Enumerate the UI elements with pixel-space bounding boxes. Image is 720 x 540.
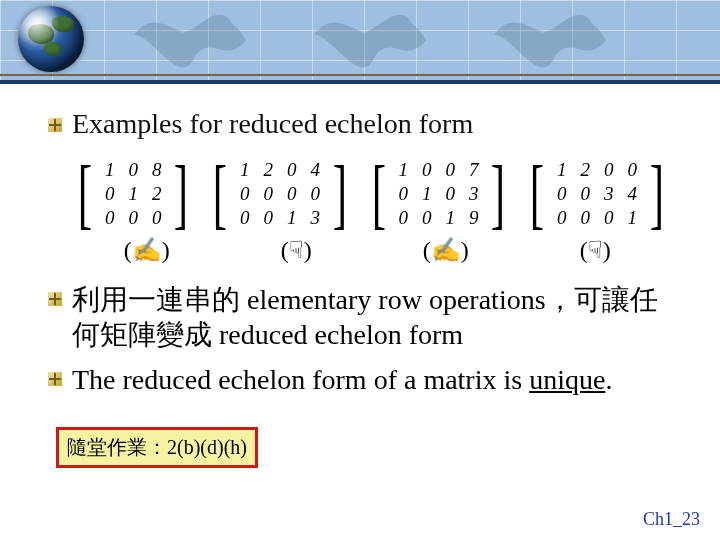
matrix-table: 100701030019 <box>391 158 485 230</box>
matrix-cell: 0 <box>145 206 169 230</box>
matrix-cell: 2 <box>573 158 597 182</box>
matrix-cell: 0 <box>573 182 597 206</box>
matrix: [100701030019] <box>366 158 512 230</box>
unique-word: unique <box>529 364 605 395</box>
matrix-row: [108012000][120400000013][100701030019][… <box>72 158 680 230</box>
matrix-cell: 1 <box>98 158 122 182</box>
matrix-cell: 0 <box>391 206 415 230</box>
matrix-cell: 9 <box>462 206 486 230</box>
body-text-1: 利用一連串的 elementary row operations，可讓任何矩陣變… <box>72 282 680 352</box>
matrix-cell: 0 <box>280 158 304 182</box>
bracket-right: ] <box>333 163 347 225</box>
period: . <box>605 364 612 395</box>
matrix-cell: 0 <box>98 182 122 206</box>
matrix-cell: 0 <box>303 182 327 206</box>
matrix-cell: 0 <box>550 206 574 230</box>
matrix-cell: 4 <box>620 182 644 206</box>
slide-footer: Ch1_23 <box>643 509 700 530</box>
matrix-label: (☟) <box>521 236 671 264</box>
matrix-cell: 0 <box>573 206 597 230</box>
matrix-cell: 3 <box>597 182 621 206</box>
bracket-right: ] <box>650 163 664 225</box>
bullet-icon <box>48 118 62 132</box>
matrix-cell: 0 <box>550 182 574 206</box>
matrix-cell: 0 <box>391 182 415 206</box>
matrix-cell: 0 <box>121 206 145 230</box>
matrix-cell: 1 <box>233 158 257 182</box>
matrix-table: 120000340001 <box>550 158 644 230</box>
matrix-cell: 0 <box>98 206 122 230</box>
bracket-left: [ <box>371 163 385 225</box>
matrix-cell: 1 <box>280 206 304 230</box>
matrix-cell: 1 <box>391 158 415 182</box>
slide-header <box>0 0 720 84</box>
worldmap-decoration <box>300 6 440 78</box>
bullet-heading: Examples for reduced echelon form <box>48 108 680 140</box>
matrix: [108012000] <box>72 158 194 230</box>
body-text-2a: The reduced echelon form of a matrix is <box>72 364 529 395</box>
matrix-cell: 0 <box>597 158 621 182</box>
matrix-table: 120400000013 <box>233 158 327 230</box>
homework-box: 隨堂作業：2(b)(d)(h) <box>56 427 258 468</box>
bullet-icon <box>48 372 62 386</box>
matrix-cell: 0 <box>620 158 644 182</box>
matrix-cell: 0 <box>233 206 257 230</box>
bullet-item-1: 利用一連串的 elementary row operations，可讓任何矩陣變… <box>48 282 680 352</box>
matrix-table: 108012000 <box>98 158 169 230</box>
matrix: [120400000013] <box>207 158 353 230</box>
matrix-cell: 0 <box>438 182 462 206</box>
matrix-cell: 0 <box>256 182 280 206</box>
bracket-right: ] <box>174 163 188 225</box>
matrix-cell: 1 <box>550 158 574 182</box>
matrix-label: (✍) <box>72 236 222 264</box>
matrix-cell: 1 <box>620 206 644 230</box>
matrix-cell: 4 <box>303 158 327 182</box>
slide-content: Examples for reduced echelon form [10801… <box>0 84 720 468</box>
bullet-item-2: The reduced echelon form of a matrix is … <box>48 362 680 397</box>
bracket-right: ] <box>491 163 505 225</box>
matrix-cell: 2 <box>256 158 280 182</box>
matrix-cell: 3 <box>303 206 327 230</box>
matrix-cell: 2 <box>145 182 169 206</box>
bracket-left: [ <box>530 163 544 225</box>
bracket-left: [ <box>213 163 227 225</box>
body-text-2: The reduced echelon form of a matrix is … <box>72 362 612 397</box>
matrix-label: (✍) <box>371 236 521 264</box>
heading-text: Examples for reduced echelon form <box>72 108 473 140</box>
globe-icon <box>18 6 84 72</box>
worldmap-decoration <box>480 6 620 78</box>
matrix: [120000340001] <box>524 158 670 230</box>
matrix-cell: 1 <box>438 206 462 230</box>
matrix-cell: 0 <box>233 182 257 206</box>
matrix-cell: 0 <box>280 182 304 206</box>
matrix-cell: 1 <box>121 182 145 206</box>
matrix-cell: 0 <box>121 158 145 182</box>
matrix-cell: 0 <box>597 206 621 230</box>
matrix-labels: (✍)(☟)(✍)(☟) <box>72 236 680 264</box>
matrix-cell: 0 <box>415 158 439 182</box>
matrix-cell: 3 <box>462 182 486 206</box>
matrix-cell: 0 <box>438 158 462 182</box>
bullet-icon <box>48 292 62 306</box>
matrix-cell: 8 <box>145 158 169 182</box>
worldmap-decoration <box>120 6 260 78</box>
matrix-label: (☟) <box>222 236 372 264</box>
matrix-cell: 7 <box>462 158 486 182</box>
matrix-cell: 0 <box>415 206 439 230</box>
matrix-cell: 0 <box>256 206 280 230</box>
matrix-cell: 1 <box>415 182 439 206</box>
bracket-left: [ <box>78 163 92 225</box>
